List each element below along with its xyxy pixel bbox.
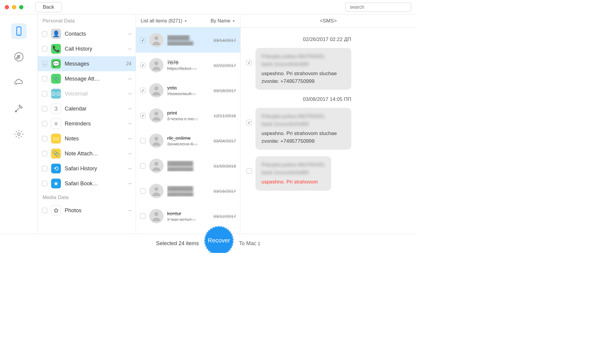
device-icon[interactable] [11, 23, 27, 39]
checkbox[interactable] [140, 163, 146, 169]
checkbox[interactable] [140, 37, 146, 43]
svg-point-12 [154, 162, 158, 166]
checkbox[interactable] [140, 138, 146, 143]
checkbox[interactable] [246, 60, 252, 65]
thread-row[interactable]: ▓▓▓▓▓▓ ▓▓▓▓▓▓▓▓ 03/14/2017 [136, 28, 240, 53]
category-row[interactable]: 📞 Call History -- [38, 41, 136, 56]
thread-date: 03/16/2017 [214, 189, 236, 194]
checkbox[interactable] [140, 63, 146, 68]
zoom-window-button[interactable] [19, 5, 23, 9]
checkbox[interactable] [42, 208, 47, 213]
thread-snippet: ▓▓▓▓▓▓▓▓ [167, 192, 210, 197]
message-bubble[interactable]: Pokupka polisa AlfaTRAVELbank 2xxxxx0x0x… [255, 48, 351, 90]
checkbox[interactable] [246, 120, 252, 125]
category-row[interactable]: ✿ Photos -- [38, 203, 136, 218]
thread-date: 03/04/2017 [214, 138, 236, 143]
thread-date: 01/09/2016 [214, 163, 236, 169]
svg-point-6 [17, 133, 20, 136]
category-label: Voicemail [65, 91, 125, 97]
category-row[interactable]: 📎 Message Att… -- [38, 71, 136, 86]
cloud-icon[interactable] [11, 75, 27, 90]
category-icon: ≡ [51, 119, 61, 129]
thread-row[interactable]: print 3 чехла с лю… 12/11/2016 [136, 103, 240, 128]
category-row[interactable]: ≡ Reminders -- [38, 116, 136, 131]
category-row[interactable]: 👤 Contacts -- [38, 26, 136, 41]
filter-dropdown[interactable]: List all items (8271)▼ [141, 18, 187, 24]
category-column: Personal Data 👤 Contacts -- 📞 Call Histo… [38, 14, 136, 234]
message-timestamp: 03/08/2017 14:05 ПП [246, 96, 408, 102]
section-header-personal: Personal Data [38, 14, 136, 26]
search-input[interactable] [350, 4, 410, 10]
tools-icon[interactable] [11, 101, 27, 116]
svg-point-4 [14, 53, 23, 61]
category-label: Safari Book… [65, 181, 125, 187]
avatar-icon [149, 209, 164, 223]
thread-row[interactable]: rtk_onlime Зачислено 6… 03/04/2017 [136, 128, 240, 153]
category-icon: ★ [51, 178, 61, 189]
thread-snippet: 3 чехла с лю… [167, 116, 210, 121]
category-icon: 📎 [51, 148, 61, 159]
checkbox[interactable] [42, 46, 47, 51]
thread-name: kontur [167, 211, 210, 217]
checkbox[interactable] [140, 88, 146, 93]
category-label: Reminders [65, 121, 125, 127]
checkbox[interactable] [42, 151, 47, 156]
checkbox[interactable] [140, 188, 146, 194]
category-row[interactable]: 💬 Messages 24 [38, 56, 136, 71]
svg-point-11 [154, 137, 158, 141]
category-row[interactable]: ⟲ Safari History -- [38, 161, 136, 176]
checkbox[interactable] [42, 121, 47, 126]
checkbox[interactable] [42, 61, 47, 66]
thread-row[interactable]: 7878 https://ticket.… 02/22/2017 [136, 53, 240, 78]
checkbox[interactable] [140, 213, 146, 219]
checkbox[interactable] [42, 31, 47, 37]
category-row[interactable]: 3 Calendar -- [38, 101, 136, 116]
svg-point-9 [154, 87, 158, 90]
checkbox[interactable] [42, 106, 47, 111]
settings-icon[interactable] [11, 126, 27, 142]
thread-snippet: https://ticket.… [167, 66, 210, 71]
thread-row[interactable]: ▓▓▓▓▓▓▓ ▓▓▓▓▓▓▓▓ 03/16/2017 [136, 178, 240, 204]
checkbox[interactable] [42, 91, 47, 96]
message-item: Pokupka polisa AlfaTRAVELbank 2xxxxx0x0x… [246, 48, 408, 90]
category-count: -- [128, 46, 131, 51]
category-icon: 3 [51, 104, 61, 114]
thread-row[interactable]: yota Уважаемый… 03/18/2017 [136, 78, 240, 103]
message-bubble[interactable]: Pokupka polisa AlfaTRAVELbank 2xxxxx0x0x… [255, 108, 351, 150]
thread-name: yota [167, 85, 210, 91]
checkbox[interactable] [246, 168, 252, 174]
destination-selector[interactable]: To Mac ▴▾ [239, 240, 260, 247]
message-bubble[interactable]: Pokupka polisa AlfaTRAVELbank 2xxxxx0x0x… [255, 156, 331, 191]
minimize-window-button[interactable] [12, 5, 16, 9]
category-label: Message Att… [65, 76, 125, 82]
category-row[interactable]: ▭ Notes -- [38, 131, 136, 146]
category-label: Safari History [65, 166, 125, 172]
back-button[interactable]: Back [35, 2, 62, 12]
thread-snippet: У вас остал… [167, 217, 210, 222]
thread-row[interactable]: ▓▓▓▓▓▓▓ ▓▓▓▓▓▓▓▓ 01/09/2016 [136, 153, 240, 178]
category-count: -- [128, 208, 131, 213]
checkbox[interactable] [42, 76, 47, 81]
checkbox[interactable] [42, 181, 47, 186]
checkbox[interactable] [42, 166, 47, 171]
category-row[interactable]: ⊙⊙ Voicemail -- [38, 86, 136, 101]
avatar-icon [149, 159, 164, 173]
svg-point-10 [154, 112, 158, 116]
checkbox[interactable] [140, 113, 146, 118]
thread-row[interactable]: kontur У вас остал… 03/12/2017 [136, 204, 240, 229]
avatar-icon [149, 134, 164, 148]
close-window-button[interactable] [5, 5, 9, 9]
category-count: -- [128, 121, 131, 126]
thread-snippet: ▓▓▓▓▓▓▓▓ [167, 166, 210, 172]
category-row[interactable]: ★ Safari Book… -- [38, 176, 136, 191]
recover-button[interactable]: Recover [204, 226, 234, 253]
thread-name: ▓▓▓▓▓▓ [167, 35, 210, 41]
category-label: Photos [65, 207, 125, 214]
category-row[interactable]: 📎 Note Attach… -- [38, 146, 136, 161]
sort-dropdown[interactable]: By Name▼ [211, 18, 235, 24]
search-box[interactable] [345, 3, 411, 12]
music-icon[interactable] [11, 49, 27, 65]
svg-point-13 [154, 187, 158, 191]
checkbox[interactable] [42, 136, 47, 141]
category-count: -- [128, 136, 131, 141]
